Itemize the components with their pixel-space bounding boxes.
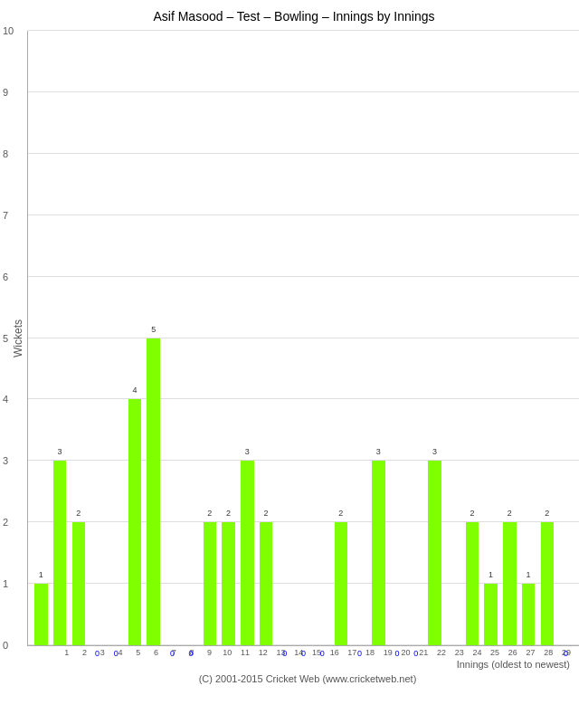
- bar-3: 2: [72, 522, 86, 645]
- bar-group-9: 0: [182, 31, 201, 645]
- bar-group-4: 0: [88, 31, 107, 645]
- x-label-26: 26: [504, 648, 522, 657]
- x-label-22: 22: [432, 648, 450, 657]
- y-tick-3: 3: [3, 455, 8, 466]
- x-label-25: 25: [486, 648, 504, 657]
- y-tick-1: 1: [3, 578, 8, 589]
- bar-value-26: 2: [503, 509, 517, 518]
- bar-value-6: 4: [128, 386, 142, 395]
- bar-zero-20: 0: [391, 649, 404, 658]
- bar-value-3: 2: [72, 509, 86, 518]
- bar-zero-15: 0: [297, 649, 310, 658]
- bar-value-11: 2: [222, 509, 235, 518]
- bar-group-10: 2: [200, 31, 219, 645]
- bar-group-1: 1: [32, 31, 51, 645]
- bar-value-19: 3: [372, 447, 385, 456]
- bar-group-21: 0: [406, 31, 425, 645]
- bar-group-27: 1: [519, 31, 538, 645]
- x-label-23: 23: [450, 648, 469, 657]
- bar-25: 1: [484, 584, 498, 645]
- bar-group-11: 2: [219, 31, 238, 645]
- bar-group-24: 2: [463, 31, 482, 645]
- bar-group-28: 2: [537, 31, 556, 645]
- y-axis-label: Wickets: [9, 31, 27, 646]
- x-label-9: 9: [201, 648, 219, 657]
- bar-group-14: 0: [275, 31, 294, 645]
- chart-area: Wickets 012345678910 1320045002232000203…: [9, 31, 579, 646]
- plot-area: 012345678910 132004500223200020300321212…: [27, 31, 579, 646]
- y-tick-2: 2: [3, 517, 8, 528]
- bar-group-25: 1: [481, 31, 500, 645]
- bar-value-12: 3: [241, 447, 254, 456]
- bar-27: 1: [522, 584, 536, 645]
- bar-13: 2: [260, 522, 273, 645]
- bar-value-7: 5: [147, 325, 160, 334]
- x-label-10: 10: [218, 648, 236, 657]
- bar-17: 2: [335, 522, 348, 645]
- x-label-11: 11: [236, 648, 254, 657]
- bar-zero-8: 0: [166, 649, 179, 658]
- bar-value-24: 2: [466, 509, 479, 518]
- y-tick-10: 10: [3, 25, 14, 36]
- bar-value-1: 1: [34, 570, 48, 579]
- bar-zero-14: 0: [278, 649, 291, 658]
- bar-group-16: 0: [313, 31, 332, 645]
- bar-group-8: 0: [163, 31, 182, 645]
- bar-group-15: 0: [294, 31, 313, 645]
- bar-2: 3: [53, 461, 67, 645]
- bar-26: 2: [503, 522, 517, 645]
- bar-group-18: 0: [350, 31, 369, 645]
- bar-22: 3: [428, 461, 441, 645]
- bar-value-25: 1: [484, 570, 498, 579]
- bar-group-3: 2: [69, 31, 88, 645]
- bar-group-7: 5: [144, 31, 163, 645]
- bars-wrapper: 1320045002232000203003212120: [28, 31, 579, 645]
- y-tick-6: 6: [3, 272, 8, 282]
- bar-7: 5: [147, 338, 160, 646]
- bar-28: 2: [541, 522, 555, 645]
- bar-6: 4: [128, 399, 142, 645]
- copyright: (C) 2001-2015 Cricket Web (www.cricketwe…: [36, 673, 579, 684]
- bar-value-13: 2: [260, 509, 273, 518]
- bar-zero-18: 0: [353, 649, 366, 658]
- bar-zero-21: 0: [409, 649, 422, 658]
- bar-value-27: 1: [522, 570, 536, 579]
- bar-group-23: [444, 31, 463, 645]
- bar-12: 3: [241, 461, 254, 645]
- bar-group-5: 0: [107, 31, 126, 645]
- y-tick-7: 7: [3, 210, 8, 221]
- bar-group-26: 2: [500, 31, 519, 645]
- x-label-27: 27: [522, 648, 540, 657]
- bar-value-17: 2: [335, 509, 348, 518]
- x-label-5: 5: [129, 648, 147, 657]
- bar-value-22: 3: [428, 447, 441, 456]
- bar-group-13: 2: [257, 31, 276, 645]
- x-axis-title: Innings (oldest to newest): [36, 659, 570, 670]
- x-label-1: 1: [58, 648, 76, 657]
- bar-zero-9: 0: [185, 649, 198, 658]
- x-label-12: 12: [254, 648, 272, 657]
- bar-zero-4: 0: [90, 649, 104, 658]
- bar-value-10: 2: [204, 509, 217, 518]
- y-tick-0: 0: [3, 640, 8, 651]
- y-tick-9: 9: [3, 87, 8, 98]
- bar-group-12: 3: [238, 31, 257, 645]
- bar-group-22: 3: [425, 31, 444, 645]
- bar-zero-5: 0: [109, 649, 123, 658]
- bar-zero-16: 0: [316, 649, 329, 658]
- bar-group-17: 2: [332, 31, 351, 645]
- y-tick-8: 8: [3, 148, 8, 159]
- chart-title: Asif Masood – Test – Bowling – Innings b…: [9, 9, 579, 24]
- bar-group-20: 0: [388, 31, 407, 645]
- bar-group-29: 0: [556, 31, 575, 645]
- y-tick-4: 4: [3, 394, 8, 405]
- x-label-28: 28: [539, 648, 557, 657]
- x-label-24: 24: [469, 648, 487, 657]
- bar-19: 3: [372, 461, 385, 645]
- bar-group-19: 3: [369, 31, 388, 645]
- bar-10: 2: [204, 522, 217, 645]
- bar-value-2: 3: [53, 447, 67, 456]
- bar-1: 1: [34, 584, 48, 645]
- x-label-6: 6: [147, 648, 166, 657]
- bar-group-6: 4: [126, 31, 145, 645]
